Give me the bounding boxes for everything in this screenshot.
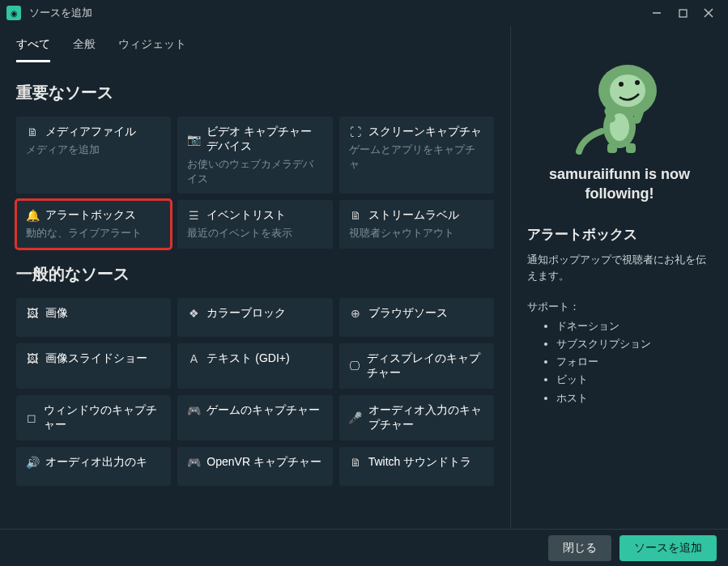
speaker-icon: 🔊 (26, 456, 39, 469)
preview-image (563, 50, 676, 158)
window-title: ソースを追加 (29, 6, 92, 20)
add-source-button[interactable]: ソースを追加 (619, 535, 717, 561)
source-card-general-6[interactable]: ◻ウィンドウのキャプチャー (16, 395, 171, 440)
svg-rect-12 (607, 143, 617, 153)
vr-icon: 🎮 (187, 456, 200, 469)
source-card-general-0[interactable]: 🖼画像 (16, 298, 171, 337)
source-card-title: オーディオ出力のキ (45, 455, 147, 470)
preview-caption: samuraiifunn is now following! (527, 164, 712, 204)
source-card-general-5[interactable]: 🖵ディスプレイのキャプチャー (339, 343, 494, 389)
app-icon: ◉ (6, 6, 21, 20)
close-button[interactable] (696, 3, 722, 23)
source-card-desc: 視聴者シャウトアウト (349, 226, 484, 240)
source-card-title: 画像スライドショー (45, 351, 147, 366)
source-card-title: スクリーンキャプチャ (368, 125, 482, 139)
source-card-title: イベントリスト (206, 208, 286, 223)
source-card-important-1[interactable]: 📷ビデオ キャプチャー デバイスお使いのウェブカメラデバイス (177, 117, 332, 194)
display-icon: 🖵 (349, 360, 360, 372)
source-card-desc: お使いのウェブカメラデバイス (187, 157, 322, 185)
tab-1[interactable]: 全般 (73, 37, 96, 62)
music-icon: 🗎 (349, 456, 362, 469)
support-item: フォロー (556, 353, 712, 371)
source-card-important-2[interactable]: ⛶スクリーンキャプチャゲームとアプリをキャプチャ (339, 117, 494, 194)
minimize-button[interactable] (644, 3, 670, 23)
source-card-title: ゲームのキャプチャー (206, 403, 320, 418)
detail-title: アラートボックス (527, 225, 712, 244)
svg-rect-1 (679, 10, 687, 17)
source-card-desc: メディアを追加 (26, 143, 161, 157)
right-panel: samuraiifunn is now following! アラートボックス … (511, 26, 728, 529)
window-icon: ◻ (26, 411, 37, 424)
label-icon: 🗎 (349, 209, 362, 222)
source-card-title: Twitch サウンドトラ (368, 455, 472, 470)
detail-desc: 通知ポップアップで視聴者にお礼を伝えます。 (527, 252, 712, 286)
section-title-general: 一般的なソース (16, 263, 494, 285)
tab-0[interactable]: すべて (16, 37, 50, 62)
source-card-important-5[interactable]: 🗎ストリームラベル視聴者シャウトアウト (339, 200, 494, 249)
support-item: サブスクリプション (556, 335, 712, 353)
source-card-title: ウィンドウのキャプチャー (44, 403, 161, 432)
source-card-general-8[interactable]: 🎤オーディオ入力のキャプチャー (339, 395, 494, 440)
source-card-title: ブラウザソース (368, 306, 448, 321)
source-card-title: メディアファイル (45, 125, 136, 139)
source-card-title: OpenVR キャプチャー (206, 455, 321, 470)
source-card-desc: 動的な、ライブアラート (26, 226, 161, 240)
tabs: すべて全般ウィジェット (16, 26, 494, 62)
source-card-title: 画像 (45, 306, 68, 321)
maximize-button[interactable] (670, 3, 696, 23)
source-card-title: ビデオ キャプチャー デバイス (206, 125, 322, 154)
source-card-desc: ゲームとアプリをキャプチャ (349, 143, 484, 171)
left-panel: すべて全般ウィジェット 重要なソース 🗎メディアファイルメディアを追加📷ビデオ … (0, 26, 511, 529)
svg-point-5 (610, 74, 645, 107)
source-card-title: オーディオ入力のキャプチャー (368, 403, 484, 432)
support-item: ドネーション (556, 317, 712, 335)
source-card-desc: 最近のイベントを表示 (187, 226, 322, 240)
screen-icon: ⛶ (349, 126, 362, 138)
footer: 閉じる ソースを追加 (0, 529, 728, 566)
support-item: ビット (556, 371, 712, 389)
source-card-general-2[interactable]: ⊕ブラウザソース (339, 298, 494, 337)
section-title-important: 重要なソース (16, 82, 494, 104)
bell-icon: 🔔 (26, 209, 39, 222)
gamepad-icon: 🎮 (187, 404, 200, 417)
source-card-title: カラーブロック (206, 306, 286, 321)
list-icon: ☰ (187, 209, 200, 222)
source-card-title: ディスプレイのキャプチャー (367, 351, 484, 381)
source-card-general-10[interactable]: 🎮OpenVR キャプチャー (177, 447, 332, 486)
source-card-title: アラートボックス (45, 208, 136, 223)
source-card-important-0[interactable]: 🗎メディアファイルメディアを追加 (16, 117, 171, 194)
file-icon: 🗎 (26, 126, 39, 138)
tab-2[interactable]: ウィジェット (118, 37, 186, 62)
support-label: サポート： (527, 300, 712, 314)
source-card-general-9[interactable]: 🔊オーディオ出力のキ (16, 447, 171, 486)
source-card-title: テキスト (GDI+) (206, 351, 289, 366)
image-icon: 🖼 (26, 307, 39, 320)
source-card-general-1[interactable]: ❖カラーブロック (177, 298, 332, 337)
palette-icon: ❖ (187, 307, 200, 320)
close-dialog-button[interactable]: 閉じる (548, 535, 611, 561)
svg-rect-13 (626, 143, 636, 153)
source-card-important-4[interactable]: ☰イベントリスト最近のイベントを表示 (177, 200, 332, 249)
support-list: ドネーションサブスクリプションフォロービットホスト (527, 317, 712, 406)
globe-icon: ⊕ (349, 307, 362, 320)
svg-point-6 (619, 82, 624, 87)
source-card-general-3[interactable]: 🖼画像スライドショー (16, 343, 171, 389)
source-card-general-7[interactable]: 🎮ゲームのキャプチャー (177, 395, 332, 440)
source-card-general-4[interactable]: Aテキスト (GDI+) (177, 343, 332, 389)
video-icon: 📷 (187, 133, 200, 146)
text-icon: A (187, 352, 200, 365)
titlebar: ◉ ソースを追加 (0, 0, 728, 26)
source-card-important-3[interactable]: 🔔アラートボックス動的な、ライブアラート (16, 200, 171, 249)
mic-icon: 🎤 (349, 411, 362, 424)
slideshow-icon: 🖼 (26, 352, 39, 365)
support-item: ホスト (556, 389, 712, 407)
svg-point-7 (635, 80, 640, 85)
source-card-general-11[interactable]: 🗎Twitch サウンドトラ (339, 447, 494, 486)
source-card-title: ストリームラベル (368, 208, 459, 223)
